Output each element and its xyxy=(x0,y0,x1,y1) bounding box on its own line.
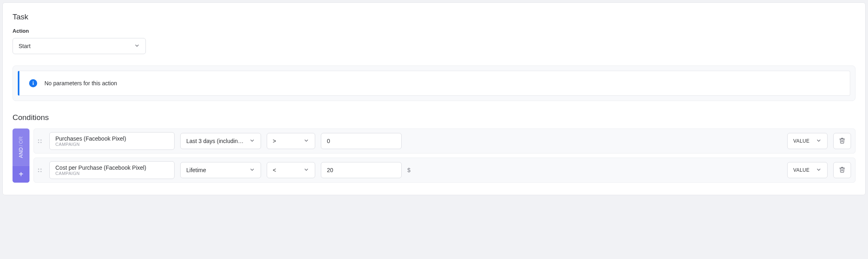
drag-handle-icon[interactable] xyxy=(38,168,44,172)
condition-row: Cost per Purchase (Facebook Pixel) CAMPA… xyxy=(34,158,855,183)
chevron-down-icon xyxy=(249,167,255,174)
task-card: Task Action Start i No parameters for th… xyxy=(2,2,866,195)
conditions-container: AND / OR + Purchases (Facebook Pixel) CA… xyxy=(13,128,855,183)
value-type-select[interactable]: VALUE xyxy=(787,133,828,149)
drag-handle-icon[interactable] xyxy=(38,139,44,143)
conditions-section-title: Conditions xyxy=(13,113,855,122)
and-or-toggle[interactable]: AND / OR xyxy=(13,128,29,166)
operator-value: < xyxy=(273,167,276,173)
operator-value: > xyxy=(273,138,276,144)
metric-level: CAMPAIGN xyxy=(55,142,169,147)
info-icon: i xyxy=(29,79,37,87)
action-select-value: Start xyxy=(19,43,31,49)
chevron-down-icon xyxy=(816,167,822,174)
task-section-title: Task xyxy=(13,13,855,21)
info-panel: i No parameters for this action xyxy=(13,65,855,101)
trash-icon xyxy=(839,137,845,145)
value-type-select[interactable]: VALUE xyxy=(787,162,828,178)
operator-select[interactable]: < xyxy=(267,162,315,178)
value-type-label: VALUE xyxy=(793,167,809,173)
action-select[interactable]: Start xyxy=(13,38,146,54)
metric-name: Cost per Purchase (Facebook Pixel) xyxy=(55,164,169,171)
chevron-down-icon xyxy=(303,138,309,145)
unit-label: $ xyxy=(407,167,414,173)
delete-condition-button[interactable] xyxy=(833,162,851,178)
chevron-down-icon xyxy=(249,138,255,145)
info-message: No parameters for this action xyxy=(44,80,117,86)
plus-icon: + xyxy=(19,170,23,179)
delete-condition-button[interactable] xyxy=(833,133,851,149)
value-type-label: VALUE xyxy=(793,138,809,144)
condition-row: Purchases (Facebook Pixel) CAMPAIGN Last… xyxy=(34,128,855,154)
value-input[interactable] xyxy=(321,133,402,149)
or-label: OR xyxy=(18,136,24,144)
period-value: Last 3 days (includin… xyxy=(186,138,244,144)
conditions-sidebar: AND / OR + xyxy=(13,128,29,183)
period-value: Lifetime xyxy=(186,167,206,173)
and-label: AND xyxy=(18,147,24,158)
add-condition-button[interactable]: + xyxy=(13,166,29,183)
period-select[interactable]: Lifetime xyxy=(180,162,261,178)
value-input[interactable] xyxy=(321,162,402,178)
operator-select[interactable]: > xyxy=(267,133,315,149)
metric-name: Purchases (Facebook Pixel) xyxy=(55,135,169,142)
metric-select[interactable]: Purchases (Facebook Pixel) CAMPAIGN xyxy=(49,132,175,150)
metric-select[interactable]: Cost per Purchase (Facebook Pixel) CAMPA… xyxy=(49,161,175,179)
chevron-down-icon xyxy=(134,43,140,50)
trash-icon xyxy=(839,166,845,174)
chevron-down-icon xyxy=(303,167,309,174)
period-select[interactable]: Last 3 days (includin… xyxy=(180,133,261,149)
info-box: i No parameters for this action xyxy=(18,71,850,96)
metric-level: CAMPAIGN xyxy=(55,171,169,176)
action-field-label: Action xyxy=(13,28,855,34)
chevron-down-icon xyxy=(816,138,822,145)
conditions-rows: Purchases (Facebook Pixel) CAMPAIGN Last… xyxy=(34,128,855,183)
